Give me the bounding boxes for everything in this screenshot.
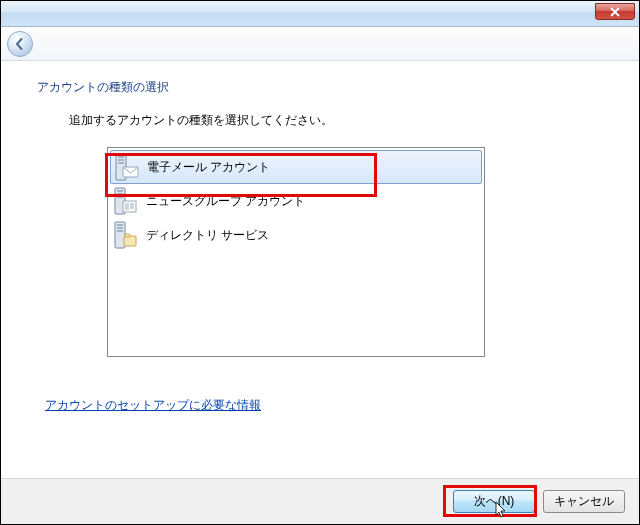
- close-button[interactable]: [595, 3, 635, 20]
- svg-rect-8: [117, 196, 123, 198]
- back-button[interactable]: [7, 31, 33, 57]
- svg-rect-2: [118, 159, 124, 161]
- list-item-directory[interactable]: ディレクトリ サービス: [108, 218, 484, 252]
- page-heading: アカウントの種類の選択: [37, 79, 603, 96]
- next-button[interactable]: 次へ(N): [453, 490, 535, 513]
- svg-rect-15: [117, 224, 123, 226]
- account-type-list[interactable]: 電子メール アカウント ニュースグループ: [107, 147, 485, 357]
- cancel-button[interactable]: キャンセル: [543, 490, 625, 513]
- content-area: アカウントの種類の選択 追加するアカウントの種類を選択してください。 電子メール…: [1, 61, 639, 478]
- titlebar: [1, 1, 639, 27]
- list-item-label: 電子メール アカウント: [147, 159, 270, 176]
- wizard-window: アカウントの種類の選択 追加するアカウントの種類を選択してください。 電子メール…: [1, 1, 639, 524]
- svg-rect-3: [118, 162, 124, 164]
- svg-rect-1: [118, 156, 124, 158]
- svg-rect-7: [117, 193, 123, 195]
- svg-rect-10: [125, 203, 129, 210]
- list-item-label: ディレクトリ サービス: [146, 227, 269, 244]
- list-item-newsgroup[interactable]: ニュースグループ アカウント: [108, 184, 484, 218]
- close-icon: [610, 7, 620, 17]
- footer: 次へ(N) キャンセル: [1, 478, 639, 524]
- svg-rect-9: [123, 201, 136, 212]
- back-arrow-icon: [13, 37, 27, 51]
- server-news-icon: [112, 187, 140, 215]
- page-instruction: 追加するアカウントの種類を選択してください。: [69, 112, 603, 129]
- svg-rect-19: [125, 234, 130, 237]
- server-directory-icon: [112, 221, 140, 249]
- svg-rect-18: [124, 236, 136, 246]
- list-item-label: ニュースグループ アカウント: [146, 193, 305, 210]
- svg-rect-17: [117, 230, 123, 232]
- setup-info-link[interactable]: アカウントのセットアップに必要な情報: [45, 397, 261, 414]
- navbar: [1, 27, 639, 61]
- svg-rect-6: [117, 190, 123, 192]
- server-mail-icon: [113, 153, 141, 181]
- list-item-email[interactable]: 電子メール アカウント: [110, 150, 482, 184]
- svg-rect-16: [117, 227, 123, 229]
